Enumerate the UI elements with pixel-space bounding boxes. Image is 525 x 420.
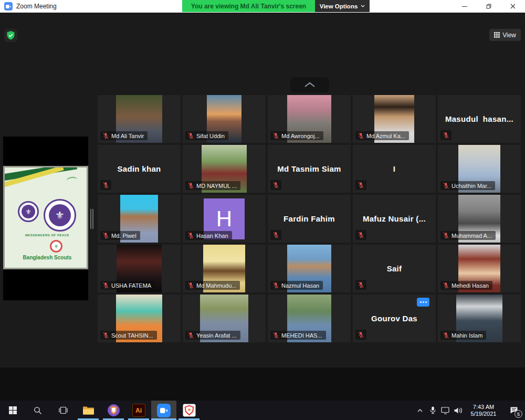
poster-bird-mark xyxy=(66,176,77,184)
view-options-button[interactable]: View Options xyxy=(315,0,370,12)
zoom-icon xyxy=(157,404,171,417)
participant-tile[interactable]: Md. Piwel xyxy=(98,195,181,243)
participant-tile[interactable]: Fardin Fahim xyxy=(268,195,351,243)
participant-tile[interactable]: Mehedi Hasan xyxy=(438,245,521,292)
participant-tile[interactable]: Nazmul Hasan xyxy=(268,245,351,292)
clock-date: 5/19/2021 xyxy=(464,411,503,417)
muted-mic-icon xyxy=(187,182,194,189)
tray-microphone[interactable] xyxy=(426,401,439,420)
participant-name: Nazmul Hasan xyxy=(281,282,319,289)
participant-name: Md Awrongoj... xyxy=(281,133,320,139)
participant-tile[interactable]: Muhammad A... xyxy=(438,195,521,243)
shared-screen-preview[interactable]: ⚜ ⚜ MESSENGERS OF PEACE ⚜ Bangladesh Sco… xyxy=(3,136,88,300)
participant-label: MEHEDI HAS... xyxy=(270,331,326,340)
start-button[interactable] xyxy=(0,401,25,420)
participant-label: Md Awrongoj... xyxy=(270,131,323,140)
action-center-button[interactable]: 5 xyxy=(503,401,525,420)
shared-screen-caption: Bangladesh Scouts xyxy=(5,255,87,260)
participant-tile[interactable]: Gourov Das xyxy=(353,295,436,342)
zoom-app-icon xyxy=(4,2,13,10)
taskbar-illustrator[interactable]: Ai xyxy=(126,401,151,420)
muted-mic-icon xyxy=(272,132,279,139)
more-options-button[interactable] xyxy=(417,298,429,307)
taskbar-file-explorer[interactable] xyxy=(76,401,101,420)
close-icon xyxy=(510,4,516,9)
tray-network[interactable] xyxy=(439,401,452,420)
participant-label: MD NAYMUL ... xyxy=(185,181,240,190)
participant-tile[interactable]: Sadin khan xyxy=(98,145,181,193)
tray-chevron-button[interactable] xyxy=(414,401,426,420)
participant-name: MEHEDI HAS... xyxy=(281,332,322,339)
muted-mic-icon xyxy=(102,132,109,139)
participant-label: Nazmul Hasan xyxy=(270,281,323,290)
close-button[interactable] xyxy=(501,0,525,13)
panel-resize-handle[interactable] xyxy=(90,209,94,229)
participant-label: USHA FATEMA xyxy=(100,281,155,290)
tray-volume[interactable] xyxy=(452,401,464,420)
taskbar-search-button[interactable] xyxy=(25,401,50,420)
participant-label: Hasan Khan xyxy=(185,231,232,240)
participant-tile[interactable]: Masudul hasan... xyxy=(438,95,521,143)
participant-label: Mahin Islam xyxy=(440,331,486,340)
participant-tile[interactable]: Sifat Uddin xyxy=(183,95,266,143)
participant-name: Yeasin Arafat ... xyxy=(196,332,237,339)
participant-name: Muhammad A... xyxy=(452,233,492,239)
meeting-toolbar: Unmute Start Video 43 Participants Chat … xyxy=(0,368,525,401)
participant-label: Uchaithin Mar... xyxy=(440,181,495,190)
participant-tile[interactable]: I xyxy=(353,145,436,193)
chevron-up-icon xyxy=(417,409,423,412)
muted-mic-icon xyxy=(443,182,449,189)
muted-mic-icon xyxy=(443,332,449,339)
participant-name: Md Ali Tanvir xyxy=(111,133,144,139)
participant-tile[interactable]: Mahin Islam xyxy=(438,295,521,342)
muted-mic-icon xyxy=(187,132,194,139)
participant-tile[interactable]: Yeasin Arafat ... xyxy=(183,295,266,342)
taskbar-antivirus[interactable] xyxy=(176,401,202,420)
muted-mic-icon xyxy=(443,232,449,239)
scouts-logo: ⚜ xyxy=(50,240,62,253)
taskbar-zoom[interactable] xyxy=(151,401,176,420)
participant-label: Md. Piwel xyxy=(100,231,140,240)
participant-tile[interactable]: Md Mahmudu... xyxy=(183,245,266,292)
minimize-button[interactable] xyxy=(453,0,477,13)
scout-badge-small: ⚜ xyxy=(18,201,39,222)
participant-tile[interactable]: Mafuz Nusair (... xyxy=(353,195,436,243)
muted-mic-icon xyxy=(187,282,194,289)
gallery-grid-icon xyxy=(494,32,500,38)
participant-tile[interactable]: Saif xyxy=(353,245,436,292)
view-button[interactable]: View xyxy=(489,29,521,41)
taskbar-secure-browser[interactable] xyxy=(101,401,126,420)
participant-tile[interactable]: Md Azmul Ka... xyxy=(353,95,436,143)
participant-tile[interactable]: Uchaithin Mar... xyxy=(438,145,521,193)
participant-label: Md Azmul Ka... xyxy=(355,131,409,140)
chevron-down-icon xyxy=(361,5,365,7)
taskbar-clock[interactable]: 7:43 AM 5/19/2021 xyxy=(464,404,503,417)
restore-button[interactable] xyxy=(477,0,501,13)
muted-mic-icon xyxy=(272,332,279,339)
muted-mic-icon xyxy=(102,332,109,339)
participant-tile[interactable]: Scout TAHSIN... xyxy=(98,295,181,342)
chevron-up-icon xyxy=(304,82,316,88)
muted-mic-icon xyxy=(187,332,194,339)
muted-mic-icon xyxy=(102,182,109,188)
participant-tile[interactable]: Md Tasnim Siam xyxy=(268,145,351,193)
participant-label xyxy=(355,280,366,290)
participants-grid: Md Ali TanvirSifat UddinMd Awrongoj...Md… xyxy=(98,95,521,342)
collapse-gallery-button[interactable] xyxy=(290,77,329,92)
participant-tile[interactable]: Md Awrongoj... xyxy=(268,95,351,143)
participant-tile[interactable]: Md Ali Tanvir xyxy=(98,95,181,143)
participant-tile[interactable]: MD NAYMUL ... xyxy=(183,145,266,193)
meeting-security-button[interactable] xyxy=(4,29,17,42)
participant-name: Mehedi Hasan xyxy=(452,282,489,289)
participant-tile[interactable]: HHasan Khan xyxy=(183,195,266,243)
participant-label: Md Mahmudu... xyxy=(185,281,240,290)
participant-tile[interactable]: USHA FATEMA xyxy=(98,245,181,292)
participant-tile[interactable]: MEHEDI HAS... xyxy=(268,295,351,342)
view-button-label: View xyxy=(502,32,516,39)
notification-count-badge: 5 xyxy=(514,410,522,418)
window-title: Zoom Meeting xyxy=(16,3,57,10)
task-view-button[interactable] xyxy=(50,401,76,420)
muted-mic-icon xyxy=(272,282,279,289)
search-icon xyxy=(34,406,42,415)
view-options-label: View Options xyxy=(320,3,358,9)
